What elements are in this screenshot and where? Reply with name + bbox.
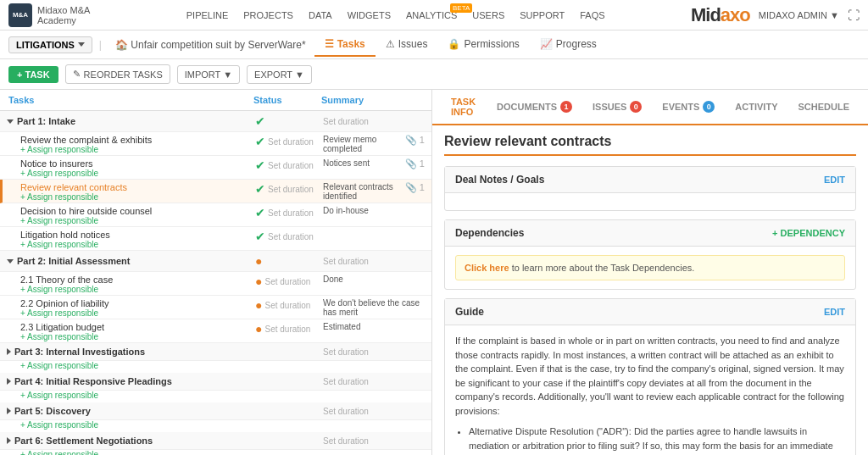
assign-insurers[interactable]: + Assign responsible bbox=[20, 169, 255, 178]
nav-data[interactable]: DATA bbox=[309, 10, 332, 20]
assign-part5[interactable]: + Assign responsible bbox=[0, 420, 431, 432]
task-row-contracts[interactable]: Review relevant contracts + Assign respo… bbox=[0, 180, 431, 203]
summary-complaint: Review memo completed bbox=[323, 135, 402, 153]
dependencies-card: Dependencies + DEPENDENCY Click here to … bbox=[444, 219, 856, 290]
documents-badge: 1 bbox=[560, 101, 572, 113]
assign-part4[interactable]: + Assign responsible bbox=[0, 391, 431, 402]
issues-badge: 0 bbox=[630, 101, 642, 113]
dependency-notice: Click here to learn more about the Task … bbox=[455, 255, 845, 280]
dependencies-body: Click here to learn more about the Task … bbox=[445, 247, 855, 289]
section-part1: Part 1: Intake ✔ Set duration Review the… bbox=[0, 111, 431, 251]
attachment-icon-complaint: 📎 1 bbox=[405, 135, 425, 146]
export-button[interactable]: EXPORT ▼ bbox=[247, 65, 312, 84]
assign-part6[interactable]: + Assign responsible bbox=[0, 450, 431, 455]
status-icon-theory: ● bbox=[255, 275, 262, 288]
expand-icon-part2 bbox=[7, 259, 14, 264]
guide-body: If the complaint is based in whole or in… bbox=[445, 325, 855, 455]
deal-notes-edit[interactable]: EDIT bbox=[824, 175, 845, 185]
section-header-part5[interactable]: Part 5: Discovery Set duration bbox=[0, 402, 431, 420]
add-dependency-button[interactable]: + DEPENDENCY bbox=[772, 228, 845, 238]
nav-widgets[interactable]: WIDGETS bbox=[348, 10, 391, 20]
expand-icon-part1 bbox=[7, 119, 14, 124]
top-nav-left: M&A Midaxo M&AAcademy bbox=[8, 3, 100, 27]
task-row-counsel[interactable]: Decision to hire outside counsel + Assig… bbox=[0, 203, 431, 227]
status-icon-complaint: ✔ bbox=[255, 135, 265, 148]
summary-theory: Done bbox=[323, 275, 425, 284]
nav-faqs[interactable]: FAQS bbox=[580, 10, 604, 20]
nav-projects[interactable]: PROJECTS bbox=[243, 10, 293, 20]
task-name-complaint: Review the complaint & exhibits bbox=[20, 135, 255, 145]
nav-support[interactable]: SUPPORT bbox=[520, 10, 565, 20]
section-part2: Part 2: Initial Assessment ● Set duratio… bbox=[0, 251, 431, 343]
nav-pipeline[interactable]: PIPELINE bbox=[186, 10, 229, 20]
set-duration-part3[interactable]: Set duration bbox=[323, 347, 425, 357]
section-header-part2[interactable]: Part 2: Initial Assessment ● Set duratio… bbox=[0, 251, 431, 272]
tab-schedule[interactable]: SCHEDULE bbox=[787, 95, 860, 120]
logo-area: M&A Midaxo M&AAcademy bbox=[8, 3, 90, 27]
status-icon-insurers: ✔ bbox=[255, 158, 265, 172]
task-row-complaint[interactable]: Review the complaint & exhibits + Assign… bbox=[0, 132, 431, 156]
section-header-part3[interactable]: Part 3: Internal Investigations Set dura… bbox=[0, 343, 431, 361]
tab-activity[interactable]: ACTIVITY bbox=[725, 95, 787, 120]
right-panel: TASK INFO DOCUMENTS 1 ISSUES 0 EVENTS 0 … bbox=[432, 90, 868, 455]
tab-task-info[interactable]: TASK INFO bbox=[441, 90, 487, 125]
assign-budget[interactable]: + Assign responsible bbox=[20, 332, 255, 341]
assign-counsel[interactable]: + Assign responsible bbox=[20, 216, 255, 225]
section-header-part1[interactable]: Part 1: Intake ✔ Set duration bbox=[0, 111, 431, 132]
litigations-dropdown[interactable]: LITIGATIONS bbox=[8, 36, 92, 53]
task-row-insurers[interactable]: Notice to insurers + Assign responsible … bbox=[0, 156, 431, 180]
assign-contracts[interactable]: + Assign responsible bbox=[20, 192, 255, 202]
tab-progress[interactable]: 📈 Progress bbox=[530, 33, 607, 57]
nav-users[interactable]: USERS bbox=[472, 10, 504, 20]
admin-dropdown[interactable]: MIDAXO ADMIN ▼ bbox=[759, 10, 839, 20]
assign-complaint[interactable]: + Assign responsible bbox=[20, 145, 255, 154]
expand-icon-part5 bbox=[7, 408, 11, 414]
assign-part3[interactable]: + Assign responsible bbox=[0, 361, 431, 373]
task-row-theory[interactable]: 2.1 Theory of the case + Assign responsi… bbox=[0, 272, 431, 296]
task-row-liability[interactable]: 2.2 Opinion of liability + Assign respon… bbox=[0, 296, 431, 319]
summary-contracts: Relevant contracts identified bbox=[323, 182, 402, 201]
tab-events[interactable]: EVENTS 0 bbox=[652, 94, 725, 121]
assign-hold[interactable]: + Assign responsible bbox=[20, 240, 255, 249]
task-detail-title: Review relevant contracts bbox=[444, 134, 856, 156]
attachment-icon-insurers: 📎 1 bbox=[405, 158, 425, 169]
fullscreen-icon[interactable]: ⛶ bbox=[848, 8, 860, 22]
expand-icon-part4 bbox=[7, 378, 11, 385]
tab-issues[interactable]: ⚠ Issues bbox=[376, 33, 438, 57]
tab-documents[interactable]: DOCUMENTS 1 bbox=[487, 94, 582, 121]
set-duration-part2[interactable]: Set duration bbox=[323, 257, 425, 266]
guide-paragraph-1: If the complaint is based in whole or in… bbox=[455, 334, 845, 418]
assign-theory[interactable]: + Assign responsible bbox=[20, 285, 255, 294]
right-tabs: TASK INFO DOCUMENTS 1 ISSUES 0 EVENTS 0 … bbox=[432, 90, 868, 125]
reorder-icon: ✎ bbox=[73, 69, 81, 80]
tab-issues[interactable]: ISSUES 0 bbox=[582, 94, 652, 121]
set-duration-part1[interactable]: Set duration bbox=[323, 117, 425, 126]
assign-liability[interactable]: + Assign responsible bbox=[20, 308, 255, 318]
status-icon-part1: ✔ bbox=[255, 114, 265, 128]
deal-notes-title: Deal Notes / Goals bbox=[455, 174, 544, 186]
section-header-part4[interactable]: Part 4: Initial Responsive Pleadings Set… bbox=[0, 373, 431, 391]
dependency-link[interactable]: Click here bbox=[465, 263, 509, 273]
add-task-button[interactable]: + TASK bbox=[8, 66, 58, 83]
col-tasks: Tasks bbox=[8, 95, 253, 105]
col-status: Status bbox=[253, 95, 321, 105]
logo-text: Midaxo M&AAcademy bbox=[37, 5, 90, 25]
tab-tasks[interactable]: ☰ Tasks bbox=[314, 33, 376, 57]
task-row-hold[interactable]: Litigation hold notices + Assign respons… bbox=[0, 227, 431, 251]
events-badge: 0 bbox=[703, 101, 715, 113]
nav-analytics[interactable]: ANALYTICS BETA bbox=[406, 10, 457, 20]
top-nav-right: Midaxo MIDAXO ADMIN ▼ ⛶ bbox=[691, 4, 860, 26]
beta-badge: BETA bbox=[450, 3, 472, 13]
tab-permissions[interactable]: 🔒 Permissions bbox=[437, 33, 529, 57]
guide-card: Guide EDIT If the complaint is based in … bbox=[444, 298, 856, 455]
reorder-tasks-button[interactable]: ✎ REORDER TASKS bbox=[65, 64, 170, 84]
midaxo-logo: Midaxo bbox=[691, 4, 750, 26]
import-button[interactable]: IMPORT ▼ bbox=[177, 65, 240, 84]
section-part6: Part 6: Settlement Negotiations Set dura… bbox=[0, 432, 431, 455]
tasks-icon: ☰ bbox=[325, 38, 334, 50]
task-name-hold: Litigation hold notices bbox=[20, 230, 255, 240]
task-row-budget[interactable]: 2.3 Litigation budget + Assign responsib… bbox=[0, 319, 431, 343]
guide-edit[interactable]: EDIT bbox=[824, 307, 845, 317]
section-part3: Part 3: Internal Investigations Set dura… bbox=[0, 343, 431, 373]
section-header-part6[interactable]: Part 6: Settlement Negotiations Set dura… bbox=[0, 432, 431, 450]
